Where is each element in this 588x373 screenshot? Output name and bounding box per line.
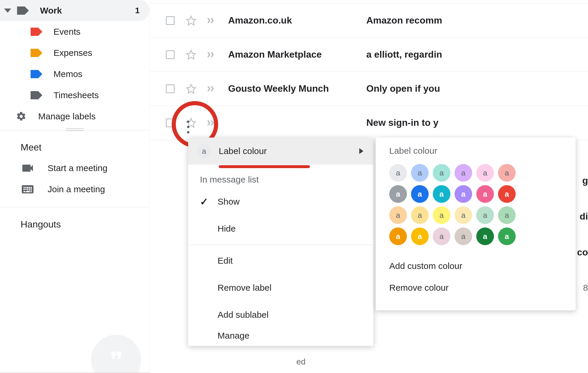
colour-swatch[interactable]: a — [455, 228, 472, 245]
colour-swatch[interactable]: a — [389, 206, 407, 224]
submenu-title: Label colour — [389, 146, 562, 156]
label-memos[interactable]: Memos — [0, 63, 150, 85]
start-meeting-text: Start a meeting — [48, 163, 107, 173]
gear-icon — [16, 111, 26, 122]
label-icon — [17, 6, 28, 15]
colour-swatch[interactable]: a — [476, 206, 494, 224]
menu-show-text: Show — [218, 197, 240, 207]
importance-icon[interactable] — [205, 118, 216, 128]
label-icon — [31, 28, 42, 36]
importance-icon[interactable] — [205, 16, 216, 26]
manage-labels[interactable]: Manage labels — [0, 106, 150, 127]
label-text: Timesheets — [54, 90, 140, 100]
email-row[interactable]: Amazon Marketplace a elliott, regardin — [150, 38, 588, 72]
email-sender: Gousto Weekly Munch — [228, 83, 366, 94]
menu-show[interactable]: ✓ Show — [188, 188, 373, 215]
sidebar: Work 1 Events Expenses Memos Timesheets … — [0, 0, 150, 373]
label-work[interactable]: Work 1 — [0, 0, 150, 21]
menu-remove-label[interactable]: Remove label — [188, 274, 373, 301]
start-meeting[interactable]: Start a meeting — [0, 158, 150, 179]
colour-swatch[interactable]: a — [411, 206, 429, 224]
colour-swatch[interactable]: a — [498, 164, 516, 182]
colour-swatch[interactable]: a — [498, 185, 516, 203]
svg-marker-2 — [187, 84, 196, 93]
star-icon[interactable] — [186, 83, 196, 94]
label-text: Events — [54, 27, 140, 37]
menu-label-colour-text: Label colour — [219, 146, 267, 156]
label-context-menu: a Label colour In message list ✓ Show Hi… — [188, 138, 373, 346]
menu-hide-text: Hide — [218, 224, 236, 234]
label-icon — [31, 49, 42, 57]
label-count: 1 — [135, 6, 140, 15]
colour-swatch[interactable]: a — [433, 206, 450, 224]
add-custom-colour[interactable]: Add custom colour — [389, 255, 562, 277]
email-row[interactable]: New sign-in to y — [150, 106, 588, 140]
colour-swatch[interactable]: a — [476, 164, 494, 182]
star-icon[interactable] — [186, 49, 196, 60]
meet-heading: Meet — [0, 133, 150, 158]
colour-swatch[interactable]: a — [455, 206, 472, 224]
hangouts-icon[interactable]: ❜❜ — [91, 335, 141, 373]
email-sender: Amazon.co.uk — [228, 15, 366, 26]
checkbox[interactable] — [166, 16, 175, 25]
hangouts-heading: Hangouts — [0, 210, 150, 235]
caret-down-icon — [4, 9, 11, 13]
email-row[interactable]: Amazon.co.uk Amazon recomm — [150, 4, 588, 38]
menu-add-sublabel[interactable]: Add sublabel — [188, 301, 373, 328]
menu-label-colour[interactable]: a Label colour — [188, 138, 373, 165]
colour-swatch[interactable]: a — [433, 164, 450, 182]
more-icon — [187, 121, 189, 133]
partial-text: di — [580, 211, 588, 222]
label-timesheets[interactable]: Timesheets — [0, 85, 150, 106]
menu-heading-in-message-list: In message list — [188, 165, 373, 188]
colour-swatch[interactable]: a — [389, 228, 407, 245]
menu-edit[interactable]: Edit — [188, 247, 373, 274]
label-colour-submenu: Label colour aaaaaaaaaaaaaaaaaaaaaaaa Ad… — [376, 138, 576, 310]
drag-handle-icon[interactable] — [66, 128, 84, 131]
label-text: Expenses — [54, 48, 140, 58]
email-row[interactable]: Gousto Weekly Munch Only open if you — [150, 72, 588, 106]
colour-swatch[interactable]: a — [498, 206, 516, 224]
label-text: Memos — [54, 69, 140, 79]
more-button[interactable] — [173, 112, 203, 142]
swatch-grid: aaaaaaaaaaaaaaaaaaaaaaaa — [389, 164, 562, 245]
colour-swatch[interactable]: a — [411, 228, 429, 245]
email-sender: Amazon Marketplace — [228, 49, 366, 60]
importance-icon[interactable] — [205, 50, 216, 60]
checkbox[interactable] — [166, 84, 175, 93]
colour-swatch[interactable]: a — [433, 185, 450, 203]
remove-colour[interactable]: Remove colour — [389, 277, 562, 299]
quote-icon: ❜❜ — [111, 348, 122, 372]
colour-swatch[interactable]: a — [389, 164, 407, 182]
email-subject: a elliott, regardin — [366, 49, 442, 60]
colour-swatch[interactable]: a — [476, 228, 494, 245]
checkbox[interactable] — [166, 50, 175, 59]
join-meeting[interactable]: Join a meeting — [0, 179, 150, 200]
star-icon[interactable] — [186, 15, 196, 26]
colour-swatch[interactable]: a — [389, 185, 407, 203]
menu-edit-text: Edit — [218, 256, 233, 266]
divider — [0, 130, 150, 130]
colour-swatch[interactable]: a — [411, 164, 429, 182]
label-events[interactable]: Events — [0, 21, 150, 42]
label-text: Work — [40, 6, 135, 16]
colour-swatch[interactable]: a — [455, 164, 472, 182]
label-expenses[interactable]: Expenses — [0, 42, 150, 63]
importance-icon[interactable] — [205, 84, 216, 94]
email-subject: Only open if you — [366, 83, 440, 94]
colour-swatch[interactable]: a — [455, 185, 472, 203]
colour-swatch[interactable]: a — [433, 228, 450, 245]
menu-add-sublabel-text: Add sublabel — [218, 310, 268, 320]
colour-swatch[interactable]: a — [476, 185, 494, 203]
menu-manage-text: Manage — [218, 331, 249, 341]
menu-remove-label-text: Remove label — [218, 283, 271, 293]
manage-labels-text: Manage labels — [38, 111, 150, 121]
svg-marker-0 — [187, 16, 196, 25]
colour-swatch[interactable]: a — [498, 228, 516, 245]
colour-swatch[interactable]: a — [411, 185, 429, 203]
label-icon — [31, 91, 42, 99]
partial-text: co — [577, 247, 588, 258]
svg-marker-1 — [187, 50, 196, 59]
menu-hide[interactable]: Hide — [188, 215, 373, 242]
menu-manage[interactable]: Manage — [188, 328, 373, 343]
